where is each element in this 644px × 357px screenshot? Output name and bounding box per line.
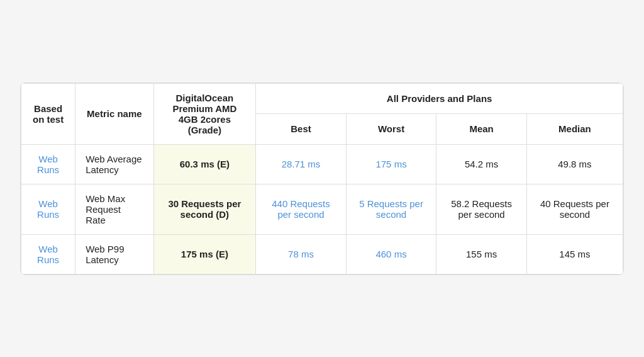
cell-based-on-test[interactable]: WebRuns — [21, 144, 75, 184]
header-all-providers: All Providers and Plans — [256, 83, 623, 114]
cell-metric-name: Web Max Request Rate — [75, 184, 153, 234]
cell-do-value: 175 ms (E) — [153, 234, 256, 274]
header-median: Median — [526, 114, 623, 145]
cell-mean: 58.2 Requests per second — [436, 184, 527, 234]
cell-mean: 155 ms — [436, 234, 527, 274]
cell-best: 440 Requests per second — [256, 184, 347, 234]
header-worst: Worst — [346, 114, 436, 145]
comparison-table: Based on test Metric name DigitalOcean P… — [21, 83, 623, 275]
cell-do-value: 60.3 ms (E) — [153, 144, 256, 184]
cell-worst: 5 Requests per second — [346, 184, 436, 234]
table-body: WebRunsWeb Average Latency60.3 ms (E)28.… — [21, 144, 623, 274]
cell-based-on-test[interactable]: WebRuns — [21, 184, 75, 234]
table-row: WebRunsWeb P99 Latency175 ms (E)78 ms460… — [21, 234, 623, 274]
comparison-table-wrapper: Based on test Metric name DigitalOcean P… — [20, 82, 624, 275]
cell-metric-name: Web P99 Latency — [75, 234, 153, 274]
header-based-on-test: Based on test — [21, 83, 75, 144]
cell-mean: 54.2 ms — [436, 144, 527, 184]
cell-median: 49.8 ms — [526, 144, 623, 184]
header-row-top: Based on test Metric name DigitalOcean P… — [21, 83, 623, 114]
cell-based-on-test[interactable]: WebRuns — [21, 234, 75, 274]
cell-metric-name: Web Average Latency — [75, 144, 153, 184]
cell-worst: 460 ms — [346, 234, 436, 274]
cell-median: 40 Requests per second — [526, 184, 623, 234]
cell-best: 28.71 ms — [256, 144, 347, 184]
table-row: WebRunsWeb Max Request Rate30 Requests p… — [21, 184, 623, 234]
cell-worst: 175 ms — [346, 144, 436, 184]
table-row: WebRunsWeb Average Latency60.3 ms (E)28.… — [21, 144, 623, 184]
cell-median: 145 ms — [526, 234, 623, 274]
header-metric-name: Metric name — [75, 83, 153, 144]
cell-best: 78 ms — [256, 234, 347, 274]
header-mean: Mean — [436, 114, 527, 145]
header-do-column: DigitalOcean Premium AMD 4GB 2cores (Gra… — [153, 83, 256, 144]
cell-do-value: 30 Requests per second (D) — [153, 184, 256, 234]
header-best: Best — [256, 114, 347, 145]
